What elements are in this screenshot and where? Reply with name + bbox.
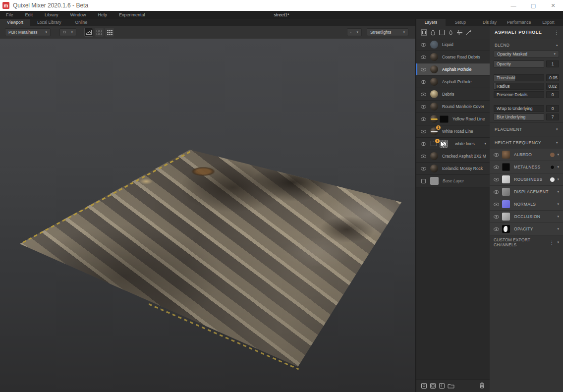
channel-row-displacement[interactable]: DISPLACEMENT ▾ — [490, 186, 563, 198]
visibility-eye-icon[interactable] — [421, 43, 426, 47]
wrap-to-underlying-value[interactable]: 0 — [546, 105, 559, 112]
visibility-eye-icon[interactable] — [421, 117, 426, 121]
blend-mode-dropdown[interactable]: Opacity Masked ▾ — [494, 51, 559, 57]
chevron-down-icon[interactable]: ▾ — [557, 202, 559, 206]
layer-thumbnail[interactable] — [430, 115, 438, 123]
visibility-eye-icon[interactable] — [494, 178, 499, 181]
delete-layer-trash-icon[interactable] — [479, 382, 485, 389]
tab-online[interactable]: Online — [68, 19, 95, 26]
chevron-down-icon[interactable]: ▾ — [557, 240, 559, 244]
layer-thumbnail[interactable] — [430, 177, 439, 185]
channel-row-metalness[interactable]: METALNESS ▾ — [490, 161, 563, 173]
layer-thumbnail[interactable] — [430, 152, 438, 160]
threshold-value[interactable]: -0.05 — [546, 74, 559, 81]
menu-edit[interactable]: Edit — [19, 11, 39, 19]
visibility-eye-icon[interactable] — [494, 227, 499, 231]
blur-underlying-value[interactable]: 7 — [546, 113, 559, 120]
layer-options-menu-icon[interactable]: ⋮ — [554, 30, 559, 35]
opacity-value[interactable]: 1 — [546, 60, 559, 67]
occlusion-thumbnail[interactable] — [502, 213, 510, 221]
blur-underlying-slider[interactable]: Blur Underlying — [494, 113, 544, 120]
tab-setup[interactable]: Setup — [446, 19, 475, 26]
menu-window[interactable]: Window — [64, 11, 92, 19]
roughness-color-swatch[interactable] — [550, 177, 555, 182]
albedo-color-swatch[interactable] — [550, 153, 555, 157]
layer-thumbnail[interactable] — [430, 53, 438, 61]
tab-local-library[interactable]: Local Library — [30, 19, 68, 26]
layer-mask-thumbnail[interactable] — [440, 115, 449, 123]
visibility-eye-icon[interactable] — [494, 166, 499, 169]
layer-thumbnail[interactable] — [430, 165, 438, 172]
chevron-down-icon[interactable]: ▾ — [557, 165, 559, 169]
opacity-slider[interactable]: Opacity — [494, 60, 544, 67]
layer-row-white-lines-group[interactable]: 1 white lines ▾ — [416, 138, 490, 150]
channel-row-normals[interactable]: NORMALS ▾ — [490, 198, 563, 211]
visibility-eye-icon[interactable] — [494, 203, 499, 206]
minimize-button[interactable]: — — [504, 0, 523, 11]
add-adjustment-layer-icon[interactable] — [456, 29, 463, 36]
new-mix-icon[interactable] — [421, 383, 427, 389]
channel-row-roughness[interactable]: ROUGHNESS ▾ — [490, 173, 563, 186]
tab-layers[interactable]: Layers — [416, 19, 446, 26]
split-view-button[interactable] — [95, 28, 104, 37]
layer-row-coarse-road-debris[interactable]: Coarse Road Debris — [416, 51, 490, 63]
layer-row-icelandic-mossy-rock[interactable]: Icelandic Mossy Rock — [416, 163, 490, 175]
menu-library[interactable]: Library — [39, 11, 64, 19]
radius-value[interactable]: 0.02 — [546, 83, 559, 90]
layer-row-round-manhole-cover[interactable]: Round Manhole Cover — [416, 101, 490, 113]
environment-dropdown[interactable]: Streetlights ▾ — [367, 28, 408, 36]
layer-thumbnail[interactable] — [430, 103, 438, 111]
layer-thumbnail[interactable] — [430, 78, 438, 86]
maximize-button[interactable]: ▢ — [523, 0, 543, 11]
shading-mode-dropdown[interactable]: PBR Metalness ▾ — [5, 28, 51, 36]
layer-row-debris[interactable]: Debris — [416, 88, 490, 101]
group-mask-thumbnail[interactable] — [440, 140, 448, 148]
menu-help[interactable]: Help — [92, 11, 113, 19]
kebab-menu-icon[interactable]: ⋮ — [549, 240, 554, 245]
chevron-down-icon[interactable]: ▾ — [557, 190, 559, 194]
tab-viewport[interactable]: Viewport — [0, 19, 30, 26]
visibility-eye-icon[interactable] — [494, 190, 499, 194]
visibility-eye-icon[interactable] — [421, 155, 426, 158]
chevron-down-icon[interactable]: ▾ — [484, 142, 486, 146]
add-liquid-layer-icon[interactable] — [448, 29, 454, 36]
chevron-down-icon[interactable]: ▾ — [557, 153, 559, 157]
metalness-color-swatch[interactable] — [550, 165, 555, 169]
layer-row-asphalt-pothole-2[interactable]: Asphalt Pothole — [416, 76, 490, 88]
add-smart-material-icon[interactable] — [465, 29, 472, 36]
radius-slider[interactable]: Radius — [494, 83, 544, 90]
visibility-eye-icon[interactable] — [421, 142, 426, 146]
layer-row-white-road-line[interactable]: 1 White Road Line — [416, 125, 490, 138]
channel-row-occlusion[interactable]: OCCLUSION ▾ — [490, 211, 563, 223]
menu-file[interactable]: File — [0, 11, 19, 19]
wrap-to-underlying-slider[interactable]: Wrap to Underlying — [494, 105, 544, 112]
opacity-thumbnail[interactable] — [502, 225, 510, 233]
add-paint-layer-icon[interactable] — [430, 29, 436, 36]
metalness-thumbnail[interactable] — [502, 163, 510, 171]
layer-thumbnail[interactable] — [430, 90, 438, 98]
visibility-eye-icon[interactable] — [421, 56, 426, 59]
albedo-thumbnail[interactable] — [502, 151, 510, 159]
visibility-eye-icon[interactable] — [421, 80, 426, 84]
base-layer-checkbox[interactable] — [421, 179, 426, 183]
displacement-thumbnail[interactable] — [502, 188, 510, 196]
chevron-down-icon[interactable]: ▾ — [557, 215, 559, 219]
threshold-slider[interactable]: Threshold — [494, 74, 544, 81]
add-surface-layer-icon[interactable] — [421, 29, 427, 36]
environment-preview-dropdown[interactable]: ▾ — [347, 28, 362, 36]
chevron-down-icon[interactable]: ▾ — [557, 227, 559, 231]
visibility-eye-icon[interactable] — [421, 167, 426, 170]
roughness-thumbnail[interactable] — [502, 175, 510, 183]
add-solid-layer-icon[interactable] — [439, 29, 445, 36]
new-folder-icon[interactable] — [448, 383, 454, 389]
camera-lens-dropdown[interactable]: ▾ — [59, 28, 76, 36]
preserve-details-slider[interactable]: Preserve Details — [494, 91, 544, 98]
close-button[interactable]: ✕ — [543, 0, 563, 11]
layer-row-liquid[interactable]: Liquid — [416, 39, 490, 51]
tab-display[interactable]: Display — [475, 19, 504, 26]
normals-thumbnail[interactable] — [502, 200, 510, 208]
menu-experimental[interactable]: Experimental — [113, 11, 151, 19]
custom-export-channels-header[interactable]: CUSTOM EXPORT CHANNELS ⋮ ▾ — [490, 237, 563, 247]
grid-view-button[interactable] — [105, 28, 114, 37]
layer-row-asphalt-pothole-selected[interactable]: Asphalt Pothole — [416, 63, 490, 76]
